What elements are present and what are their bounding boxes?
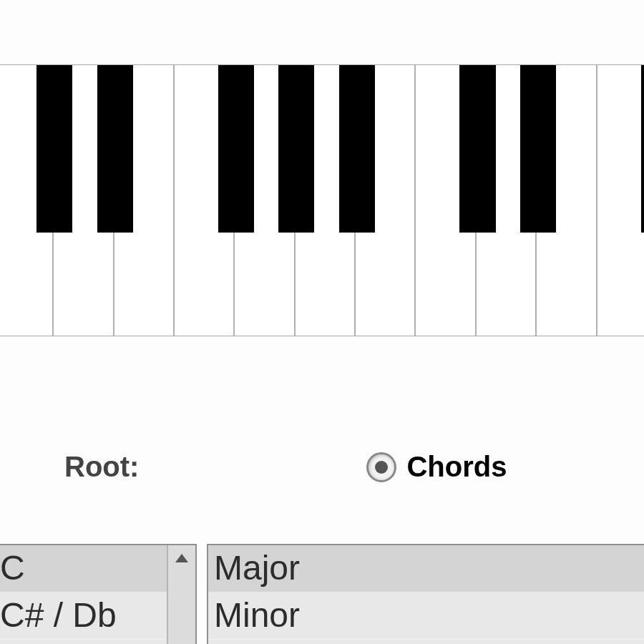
list-item[interactable]: Minor: [208, 592, 644, 640]
root-label: Root:: [64, 451, 139, 483]
chord-listbox[interactable]: Major Minor: [207, 544, 644, 644]
black-key[interactable]: [97, 65, 133, 233]
black-key[interactable]: [459, 65, 495, 233]
chords-radio-label: Chords: [406, 451, 507, 483]
root-listbox[interactable]: C C# / Db: [0, 544, 197, 644]
scrollbar[interactable]: [167, 545, 195, 644]
chords-radio[interactable]: [366, 452, 396, 482]
black-key[interactable]: [520, 65, 556, 233]
piano: [0, 64, 644, 336]
black-key[interactable]: [218, 65, 254, 233]
list-item[interactable]: Major: [208, 545, 644, 592]
black-key[interactable]: [36, 65, 72, 233]
controls: Root: Chords: [0, 451, 644, 483]
black-key[interactable]: [641, 65, 644, 233]
black-key[interactable]: [278, 65, 314, 233]
white-key[interactable]: [597, 65, 644, 336]
black-key[interactable]: [339, 65, 375, 233]
listboxes-row: C C# / Db Major Minor: [0, 544, 644, 644]
arrow-up-icon[interactable]: [175, 554, 188, 562]
radio-dot-icon: [375, 461, 388, 474]
